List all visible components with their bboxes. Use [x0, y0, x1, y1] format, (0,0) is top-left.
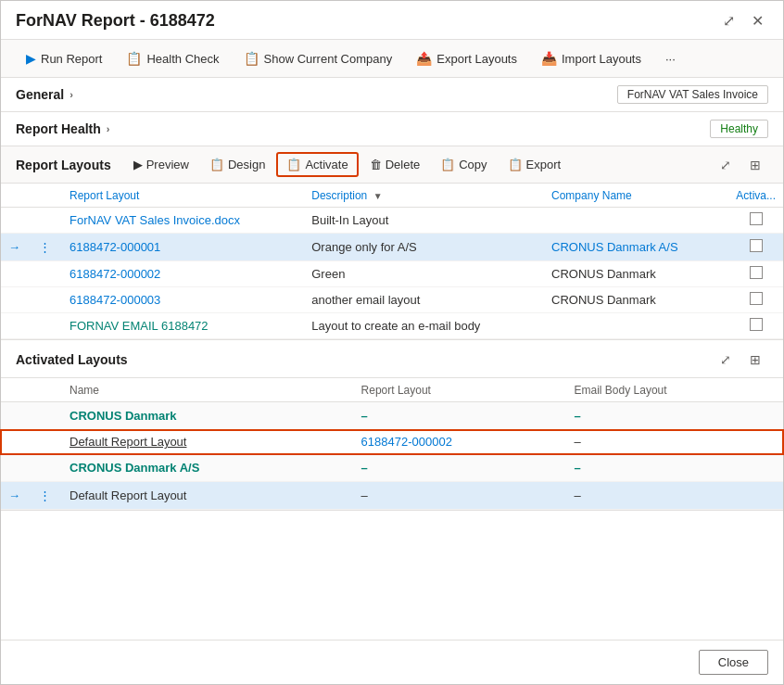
list-item[interactable]: CRONUS Danmark A/S––: [1, 454, 783, 482]
data-email-body: –: [567, 430, 783, 454]
preview-button[interactable]: ▶ Preview: [124, 153, 198, 176]
checkbox[interactable]: [750, 266, 763, 279]
row-activated-check[interactable]: [728, 313, 783, 339]
row-company: CRONUS Danmark: [544, 261, 728, 287]
row-menu-dots: [28, 208, 62, 234]
show-company-button[interactable]: 📋 Show Current Company: [234, 45, 403, 71]
row-menu-dots[interactable]: ⋮: [28, 234, 62, 261]
table-row[interactable]: 6188472-000003another email layoutCRONUS…: [1, 287, 783, 313]
row-layout[interactable]: FORNAV EMAIL 6188472: [62, 313, 304, 339]
data-name-cell: Default Report Layout: [62, 430, 354, 454]
list-item[interactable]: CRONUS Danmark––: [1, 402, 783, 430]
dialog-title: ForNAV Report - 6188472: [16, 11, 215, 31]
activated-layout-btn[interactable]: ⊞: [742, 348, 768, 372]
group-name: CRONUS Danmark A/S: [62, 454, 354, 482]
table-row[interactable]: 6188472-000002GreenCRONUS Danmark: [1, 261, 783, 287]
health-check-label: Health Check: [146, 52, 219, 66]
design-label: Design: [228, 158, 265, 171]
export-layouts-label: Export Layouts: [436, 52, 517, 66]
row-company: [544, 313, 728, 339]
col-menu: [28, 184, 62, 208]
row-arrow: [1, 208, 28, 234]
data-report-layout[interactable]: 6188472-000002: [354, 430, 567, 454]
delete-button[interactable]: 🗑 Delete: [360, 153, 430, 176]
report-health-section[interactable]: Report Health › Healthy: [1, 112, 783, 146]
layout-link[interactable]: 6188472-000003: [70, 293, 160, 307]
row-menu-dots: [28, 287, 62, 313]
col-company: Company Name: [544, 184, 728, 208]
more-button[interactable]: ···: [655, 46, 686, 71]
row-layout[interactable]: 6188472-000002: [62, 261, 304, 287]
row-layout[interactable]: 6188472-000003: [62, 287, 304, 313]
checkbox[interactable]: [750, 239, 763, 252]
checkbox[interactable]: [750, 292, 763, 305]
expand-button[interactable]: ⤢: [718, 10, 740, 32]
data-dots[interactable]: ⋮: [28, 482, 62, 510]
list-item[interactable]: Default Report Layout6188472-000002–: [1, 430, 783, 454]
row-company[interactable]: CRONUS Danmark A/S: [544, 234, 728, 261]
layout-link[interactable]: FORNAV EMAIL 6188472: [70, 319, 209, 333]
table-row[interactable]: →⋮6188472-000001Orange only for A/SCRONU…: [1, 234, 783, 261]
export-layouts-button[interactable]: 📤 Export Layouts: [406, 45, 527, 71]
activated-right-btns: ⤢ ⊞: [713, 348, 768, 372]
activate-icon: 📋: [286, 158, 301, 171]
row-arrow: [1, 261, 28, 287]
run-report-button[interactable]: ▶ Run Report: [16, 45, 112, 71]
row-layout[interactable]: 6188472-000001: [62, 234, 304, 261]
row-activated-check[interactable]: [728, 287, 783, 313]
list-item[interactable]: →⋮Default Report Layout––: [1, 482, 783, 510]
design-button[interactable]: 📋 Design: [200, 153, 274, 176]
layout-link[interactable]: 6188472-000001: [70, 240, 160, 254]
group-email: –: [567, 402, 783, 430]
data-dots: [28, 430, 62, 454]
activated-share-btn[interactable]: ⤢: [713, 348, 739, 372]
more-label: ···: [665, 52, 676, 66]
col-arrow: [1, 184, 28, 208]
report-health-title: Report Health ›: [16, 121, 109, 136]
group-name: CRONUS Danmark: [62, 402, 354, 430]
company-link[interactable]: CRONUS Danmark A/S: [551, 240, 678, 254]
layout-icon-btn[interactable]: ⊞: [742, 153, 768, 177]
run-report-label: Run Report: [41, 52, 102, 66]
close-button[interactable]: Close: [699, 650, 768, 675]
row-activated-check[interactable]: [728, 261, 783, 287]
group-report: –: [354, 454, 567, 482]
checkbox[interactable]: [750, 212, 763, 225]
footer: Close: [1, 640, 783, 684]
export-button[interactable]: 📋 Export: [499, 153, 571, 176]
layout-link[interactable]: 6188472-000002: [70, 267, 160, 281]
table-row[interactable]: ForNAV VAT Sales Invoice.docxBuilt-In La…: [1, 208, 783, 234]
activated-layouts-section: Activated Layouts ⤢ ⊞ Name Report Layout: [1, 340, 783, 511]
report-layout-link[interactable]: 6188472-000002: [361, 435, 452, 449]
delete-icon: 🗑: [370, 158, 382, 171]
group-arrow: [1, 402, 28, 430]
close-title-button[interactable]: ✕: [747, 10, 768, 32]
three-dots-button[interactable]: ⋮: [35, 238, 55, 256]
main-toolbar: ▶ Run Report 📋 Health Check 📋 Show Curre…: [1, 40, 783, 78]
row-arrow: [1, 287, 28, 313]
activate-button[interactable]: 📋 Activate: [276, 152, 358, 177]
row-activated-check[interactable]: [728, 208, 783, 234]
preview-label: Preview: [146, 158, 189, 171]
import-layouts-label: Import Layouts: [562, 52, 641, 66]
copy-icon: 📋: [440, 158, 455, 171]
row-description: another email layout: [304, 287, 544, 313]
share-icon-btn[interactable]: ⤢: [713, 153, 739, 177]
row-description: Orange only for A/S: [304, 234, 544, 261]
copy-button[interactable]: 📋 Copy: [431, 153, 496, 176]
copy-label: Copy: [459, 158, 487, 171]
data-arrow: →: [1, 482, 28, 510]
data-name-cell: Default Report Layout: [62, 482, 354, 510]
health-check-button[interactable]: 📋 Health Check: [116, 45, 229, 71]
group-report: –: [354, 402, 567, 430]
row-activated-check[interactable]: [728, 234, 783, 261]
three-dots-button[interactable]: ⋮: [35, 487, 55, 504]
general-section[interactable]: General › ForNAV VAT Sales Invoice: [1, 78, 783, 112]
row-description: Layout to create an e-mail body: [304, 313, 544, 339]
activated-title: Activated Layouts: [16, 352, 128, 367]
table-row[interactable]: FORNAV EMAIL 6188472Layout to create an …: [1, 313, 783, 339]
checkbox[interactable]: [750, 318, 763, 331]
layout-link[interactable]: ForNAV VAT Sales Invoice.docx: [70, 213, 240, 227]
import-layouts-button[interactable]: 📥 Import Layouts: [531, 45, 651, 71]
row-layout[interactable]: ForNAV VAT Sales Invoice.docx: [62, 208, 304, 234]
